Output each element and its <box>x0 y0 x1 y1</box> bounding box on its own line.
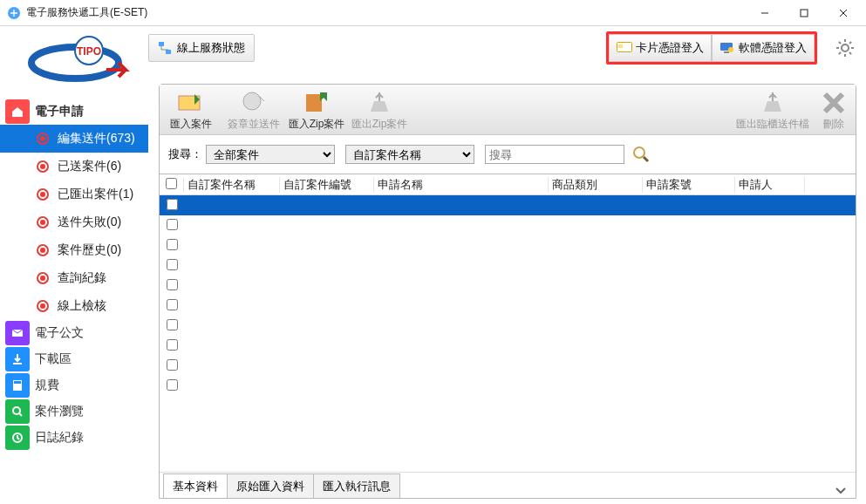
col-applicant[interactable]: 申請人 <box>735 177 805 193</box>
titlebar: 電子服務快遞工具(E-SET) <box>0 0 866 26</box>
row-checkbox[interactable] <box>167 339 178 351</box>
grid-row[interactable] <box>160 376 856 396</box>
zip-import-icon <box>303 89 331 115</box>
select-all-checkbox[interactable] <box>160 178 184 192</box>
row-checkbox[interactable] <box>167 199 178 210</box>
vertical-scrollbar[interactable] <box>842 174 856 429</box>
svg-rect-6 <box>166 50 171 54</box>
network-icon <box>158 41 172 55</box>
nav-root-download[interactable]: 下載區 <box>0 346 148 372</box>
svg-point-36 <box>634 147 644 158</box>
minimize-button[interactable] <box>745 1 784 25</box>
tipo-logo: TIPO <box>19 30 131 92</box>
nav-root-apply[interactable]: 電子申請 <box>0 99 148 125</box>
svg-rect-33 <box>306 94 322 112</box>
data-grid: 自訂案件名稱 自訂案件編號 申請名稱 商品類別 申請案號 申請人 <box>160 174 856 396</box>
grid-row[interactable] <box>160 356 856 376</box>
row-checkbox[interactable] <box>167 359 178 371</box>
export-zip-button[interactable]: 匯出Zip案件 <box>348 89 411 134</box>
sign-send-button[interactable]: 簽章並送件 <box>222 89 285 134</box>
radio-icon <box>37 272 49 284</box>
svg-line-20 <box>849 42 851 44</box>
svg-point-11 <box>728 47 733 52</box>
search-field-select[interactable]: 自訂案件名稱 <box>345 145 474 164</box>
nav-root-label: 規費 <box>35 378 59 393</box>
main-toolbar: 匯入案件 簽章並送件 匯入Zip案件 匯出Zip案件 匯出臨櫃送件檔 刪除 <box>160 85 856 135</box>
grid-wrapper: 自訂案件名稱 自訂案件編號 申請名稱 商品類別 申請案號 申請人 <box>160 174 856 444</box>
col-apply-name[interactable]: 申請名稱 <box>374 177 549 193</box>
tab-basic[interactable]: 基本資料 <box>163 473 228 498</box>
service-status-label: 線上服務狀態 <box>177 40 245 56</box>
soft-login-label: 軟體憑證登入 <box>739 40 807 56</box>
search-scope-select[interactable]: 全部案件 <box>206 145 335 164</box>
row-checkbox[interactable] <box>167 259 178 270</box>
nav-root-fee[interactable]: 規費 <box>0 372 148 398</box>
row-checkbox[interactable] <box>167 379 178 391</box>
grid-row[interactable] <box>160 215 856 235</box>
col-case-no[interactable]: 申請案號 <box>643 177 735 193</box>
col-custom-name[interactable]: 自訂案件名稱 <box>184 177 280 193</box>
svg-rect-8 <box>618 44 623 48</box>
sidebar: TIPO 電子申請 編集送件(673) 已送案件(6) 已匯出案件(1) 送件失… <box>0 26 148 451</box>
grid-row[interactable] <box>160 235 856 255</box>
service-status-button[interactable]: 線上服務狀態 <box>148 34 255 62</box>
nav-root-browse[interactable]: 案件瀏覽 <box>0 398 148 425</box>
col-category[interactable]: 商品類別 <box>549 177 643 193</box>
tab-raw-import[interactable]: 原始匯入資料 <box>227 473 314 498</box>
radio-icon <box>37 160 49 173</box>
grid-header: 自訂案件名稱 自訂案件編號 申請名稱 商品類別 申請案號 申請人 <box>160 174 856 195</box>
grid-row[interactable] <box>160 276 856 296</box>
window-title: 電子服務快遞工具(E-SET) <box>26 5 745 20</box>
export-counter-file-button[interactable]: 匯出臨櫃送件檔 <box>733 89 812 134</box>
svg-point-28 <box>13 407 20 414</box>
radio-icon <box>37 188 49 201</box>
nav-tree: 電子申請 編集送件(673) 已送案件(6) 已匯出案件(1) 送件失敗(0) … <box>0 99 148 451</box>
card-login-button[interactable]: 卡片憑證登入 <box>609 34 712 62</box>
home-icon <box>5 99 30 124</box>
svg-rect-27 <box>14 381 21 384</box>
nav-child-label: 案件歷史(0) <box>58 242 121 258</box>
nav-child-label: 已送案件(6) <box>58 159 121 174</box>
nav-child-edit-send[interactable]: 編集送件(673) <box>0 125 148 153</box>
nav-child-exported[interactable]: 已匯出案件(1) <box>0 180 148 208</box>
import-case-button[interactable]: 匯入案件 <box>160 89 222 134</box>
nav-child-sent[interactable]: 已送案件(6) <box>0 153 148 180</box>
tool-label: 匯入Zip案件 <box>289 118 345 130</box>
nav-child-history[interactable]: 案件歷史(0) <box>0 236 148 264</box>
search-input[interactable] <box>485 145 624 164</box>
nav-child-failed[interactable]: 送件失敗(0) <box>0 208 148 236</box>
nav-root-log[interactable]: 日誌紀錄 <box>0 425 148 451</box>
grid-row[interactable] <box>160 296 856 316</box>
grid-row[interactable] <box>160 316 856 336</box>
settings-gear-icon[interactable] <box>835 37 856 58</box>
search-icon[interactable] <box>631 145 651 164</box>
row-checkbox[interactable] <box>167 239 178 250</box>
horizontal-scrollbar[interactable] <box>160 429 842 444</box>
nav-child-query[interactable]: 查詢紀錄 <box>0 264 148 292</box>
grid-row[interactable] <box>160 336 856 356</box>
stamp-send-icon <box>240 89 268 115</box>
delete-button[interactable]: 刪除 <box>812 91 856 134</box>
soft-login-button[interactable]: 軟體憑證登入 <box>712 34 815 62</box>
chevron-down-icon[interactable] <box>833 482 849 498</box>
col-custom-no[interactable]: 自訂案件編號 <box>280 177 374 193</box>
tab-exec-msg[interactable]: 匯入執行訊息 <box>313 473 400 498</box>
grid-row[interactable] <box>160 195 856 215</box>
radio-icon <box>37 133 49 145</box>
row-checkbox[interactable] <box>167 279 178 290</box>
app-icon <box>7 6 21 20</box>
maximize-button[interactable] <box>784 1 823 25</box>
radio-icon <box>37 216 49 228</box>
svg-point-12 <box>842 44 849 51</box>
row-checkbox[interactable] <box>167 219 178 230</box>
import-zip-button[interactable]: 匯入Zip案件 <box>285 89 348 134</box>
mail-icon <box>5 321 30 345</box>
nav-child-verify[interactable]: 線上檢核 <box>0 292 148 320</box>
row-checkbox[interactable] <box>167 319 178 330</box>
row-checkbox[interactable] <box>167 299 178 310</box>
grid-row[interactable] <box>160 255 856 276</box>
close-button[interactable] <box>823 1 863 25</box>
main-panel: 匯入案件 簽章並送件 匯入Zip案件 匯出Zip案件 匯出臨櫃送件檔 刪除 搜尋… <box>159 84 856 499</box>
search-label: 搜尋： <box>168 146 202 162</box>
nav-root-edoc[interactable]: 電子公文 <box>0 320 148 346</box>
